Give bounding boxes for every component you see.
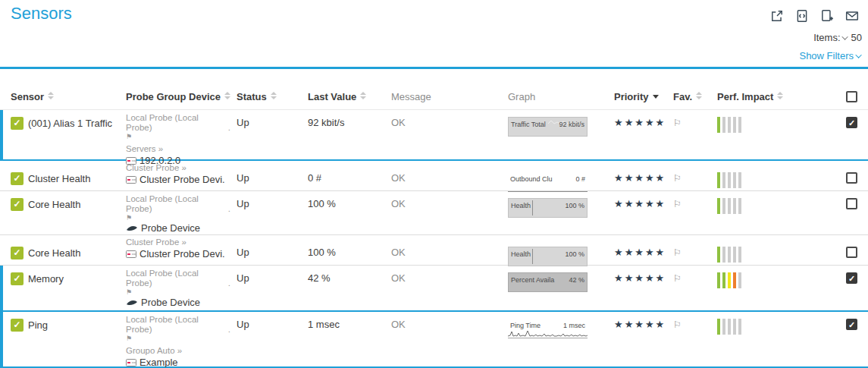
perf-bar-green bbox=[722, 272, 725, 288]
priority-stars[interactable]: ★★★★★ bbox=[614, 272, 666, 284]
mini-graph[interactable]: Traffic Total 92 kbit/s bbox=[508, 117, 588, 137]
mini-graph[interactable]: Outbound Clu 0 # bbox=[508, 172, 588, 192]
group-name[interactable]: Servers » bbox=[126, 144, 224, 154]
perf-bar-gray bbox=[738, 272, 741, 288]
graph-value: 100 % bbox=[565, 250, 584, 258]
device-link[interactable]: Example bbox=[126, 357, 224, 367]
priority-stars[interactable]: ★★★★★ bbox=[614, 319, 666, 330]
table-row: ✓(001) Alias 1 Traffic Local Probe (Loca… bbox=[0, 110, 868, 161]
header-last-value[interactable]: Last Value bbox=[308, 85, 391, 109]
sensor-name-link[interactable]: Memory bbox=[28, 272, 64, 285]
perf-bar-gray bbox=[733, 117, 736, 133]
header-toolbar bbox=[770, 9, 859, 23]
header-status[interactable]: Status bbox=[237, 85, 308, 109]
priority-stars[interactable]: ★★★★★ bbox=[614, 117, 666, 128]
add-report-icon[interactable] bbox=[820, 9, 834, 23]
probe-group-device-cell: Cluster Probe » Cluster Probe Devi... bbox=[126, 161, 237, 192]
header-priority[interactable]: Priority bbox=[614, 85, 673, 109]
sensor-name-link[interactable]: Cluster Health bbox=[28, 172, 90, 184]
open-in-new-icon[interactable] bbox=[770, 9, 784, 23]
truncation-dot: . bbox=[228, 278, 230, 288]
device-icon bbox=[126, 176, 136, 184]
truncation-dot: . bbox=[228, 123, 230, 133]
probe-name[interactable]: Local Probe (Local Probe) bbox=[126, 194, 224, 214]
email-icon[interactable] bbox=[845, 9, 859, 23]
perf-bar-gray bbox=[722, 247, 725, 263]
select-all-checkbox[interactable] bbox=[846, 91, 857, 102]
favorite-flag-icon[interactable]: ⚐ bbox=[673, 118, 682, 128]
table-row: ✓Core Health Local Probe (Local Probe) ⚑… bbox=[0, 191, 868, 235]
favorite-flag-icon[interactable]: ⚐ bbox=[673, 273, 682, 284]
mini-graph[interactable]: Health 100 % bbox=[508, 198, 588, 218]
items-label: Items: bbox=[813, 32, 840, 43]
perf-bar-green bbox=[717, 117, 720, 133]
status-value: Up bbox=[237, 272, 249, 284]
perf-bar-green bbox=[717, 247, 720, 263]
last-value: 92 kbit/s bbox=[308, 117, 344, 128]
select-checkbox[interactable] bbox=[846, 198, 857, 209]
message-value: OK bbox=[391, 247, 406, 258]
show-filters-toggle[interactable]: Show Filters bbox=[799, 50, 862, 61]
message-value: OK bbox=[391, 198, 406, 209]
page-title: Sensors bbox=[11, 4, 72, 24]
probe-name[interactable]: Local Probe (Local Probe) bbox=[126, 113, 224, 133]
sensor-status-ok-icon: ✓ bbox=[11, 117, 24, 130]
priority-stars[interactable]: ★★★★★ bbox=[614, 247, 666, 258]
probe-name[interactable]: Local Probe (Local Probe) bbox=[126, 315, 224, 335]
probe-name[interactable]: Local Probe (Local Probe) bbox=[126, 269, 224, 288]
xml-file-icon[interactable] bbox=[795, 9, 809, 23]
sensor-name-link[interactable]: Core Health bbox=[28, 247, 80, 259]
favorite-flag-icon[interactable]: ⚐ bbox=[673, 173, 682, 184]
priority-stars[interactable]: ★★★★★ bbox=[614, 172, 666, 184]
device-link[interactable]: Cluster Probe Devi... bbox=[126, 249, 224, 259]
table-row: ✓Cluster Health Cluster Probe » Cluster … bbox=[0, 161, 868, 191]
probe-group-device-cell: Local Probe (Local Probe) ⚑ . Probe Devi… bbox=[126, 266, 237, 310]
header-perf-impact[interactable]: Perf. Impact bbox=[717, 85, 804, 109]
device-icon bbox=[126, 250, 136, 258]
favorite-flag-icon[interactable]: ⚐ bbox=[673, 199, 682, 209]
table-header-row: Sensor Probe Group Device Status Last Va… bbox=[0, 85, 868, 110]
mini-graph[interactable]: Percent Availa 42 % bbox=[508, 272, 588, 292]
perf-bar-gray bbox=[738, 198, 741, 214]
favorite-flag-icon[interactable]: ⚐ bbox=[673, 247, 682, 258]
header-checkbox-cell bbox=[804, 85, 868, 109]
priority-stars[interactable]: ★★★★★ bbox=[614, 198, 666, 209]
items-per-page-control[interactable]: Items: 50 bbox=[813, 32, 862, 43]
status-value: Up bbox=[237, 247, 249, 258]
header-sensor[interactable]: Sensor bbox=[11, 85, 126, 109]
device-link[interactable]: Probe Device bbox=[126, 297, 224, 307]
sort-icon bbox=[48, 92, 54, 99]
select-checkbox[interactable] bbox=[846, 319, 857, 330]
favorite-flag-icon[interactable]: ⚐ bbox=[673, 319, 682, 330]
perf-bar-gray bbox=[733, 319, 736, 335]
message-value: OK bbox=[391, 319, 406, 330]
device-link[interactable]: Probe Device bbox=[126, 223, 224, 233]
perf-bar-gray bbox=[728, 319, 731, 335]
sensor-name-link[interactable]: Ping bbox=[28, 319, 48, 331]
perf-impact-bars bbox=[717, 319, 804, 335]
group-name[interactable]: Groupo Auto » bbox=[126, 346, 224, 356]
header-fav[interactable]: Fav. bbox=[673, 85, 717, 109]
sensor-name-link[interactable]: Core Health bbox=[28, 198, 80, 210]
sensors-table: Sensor Probe Group Device Status Last Va… bbox=[0, 85, 868, 368]
graph-label: Outbound Clu bbox=[510, 175, 553, 183]
group-name[interactable]: Cluster Probe » bbox=[126, 237, 224, 247]
show-filters-label: Show Filters bbox=[799, 50, 854, 61]
perf-bar-gray bbox=[738, 172, 741, 188]
message-value: OK bbox=[391, 172, 406, 184]
select-checkbox[interactable] bbox=[846, 172, 857, 184]
message-value: OK bbox=[391, 272, 406, 284]
select-checkbox[interactable] bbox=[846, 117, 857, 128]
sensor-name-link[interactable]: (001) Alias 1 Traffic bbox=[28, 117, 112, 129]
mini-graph[interactable]: Health 100 % bbox=[508, 247, 588, 266]
device-link[interactable]: Cluster Probe Devi... bbox=[126, 175, 224, 184]
mini-graph[interactable]: Ping Time 1 msec bbox=[508, 319, 588, 338]
group-name[interactable]: Cluster Probe » bbox=[126, 163, 224, 173]
items-value: 50 bbox=[851, 32, 862, 43]
sort-icon bbox=[271, 92, 277, 99]
header-probe-group-device[interactable]: Probe Group Device bbox=[126, 85, 237, 109]
last-value: 1 msec bbox=[308, 319, 340, 330]
select-checkbox[interactable] bbox=[846, 247, 857, 258]
status-value: Up bbox=[237, 117, 249, 128]
select-checkbox[interactable] bbox=[846, 272, 857, 284]
